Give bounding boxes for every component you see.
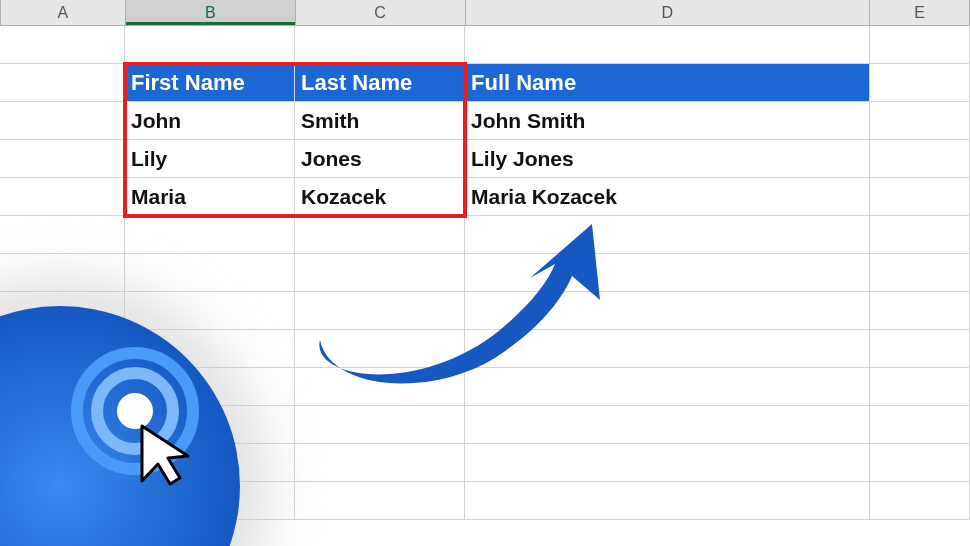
cell[interactable] bbox=[295, 482, 465, 520]
grid-row bbox=[0, 292, 970, 330]
grid-row: Maria Kozacek Maria Kozacek bbox=[0, 178, 970, 216]
cell[interactable] bbox=[0, 140, 125, 178]
cell[interactable] bbox=[465, 406, 870, 444]
header-first-name[interactable]: First Name bbox=[125, 64, 295, 102]
grid-row: John Smith John Smith bbox=[0, 102, 970, 140]
cell[interactable] bbox=[465, 330, 870, 368]
cell[interactable] bbox=[295, 406, 465, 444]
cell[interactable] bbox=[465, 368, 870, 406]
cell[interactable] bbox=[125, 26, 295, 64]
cell[interactable] bbox=[125, 216, 295, 254]
cell-first-name[interactable]: Maria bbox=[125, 178, 295, 216]
cell[interactable] bbox=[870, 216, 970, 254]
col-header-c[interactable]: C bbox=[296, 0, 466, 25]
cell[interactable] bbox=[870, 178, 970, 216]
cell[interactable] bbox=[0, 26, 125, 64]
cell[interactable] bbox=[870, 444, 970, 482]
cell[interactable] bbox=[295, 292, 465, 330]
cell[interactable] bbox=[870, 330, 970, 368]
cell-first-name[interactable]: Lily bbox=[125, 140, 295, 178]
cell[interactable] bbox=[295, 216, 465, 254]
cell-last-name[interactable]: Kozacek bbox=[295, 178, 465, 216]
cell[interactable] bbox=[125, 254, 295, 292]
cell-full-name[interactable]: John Smith bbox=[465, 102, 870, 140]
col-header-e[interactable]: E bbox=[870, 0, 970, 25]
cell-last-name[interactable]: Jones bbox=[295, 140, 465, 178]
grid-row bbox=[0, 254, 970, 292]
cell[interactable] bbox=[870, 368, 970, 406]
cell[interactable] bbox=[0, 254, 125, 292]
cell[interactable] bbox=[870, 102, 970, 140]
grid-row: First Name Last Name Full Name bbox=[0, 64, 970, 102]
cell-first-name[interactable]: John bbox=[125, 102, 295, 140]
cell[interactable] bbox=[870, 64, 970, 102]
cell[interactable] bbox=[0, 102, 125, 140]
cell[interactable] bbox=[295, 26, 465, 64]
cell[interactable] bbox=[465, 292, 870, 330]
cell[interactable] bbox=[295, 330, 465, 368]
cell[interactable] bbox=[295, 444, 465, 482]
cell[interactable] bbox=[465, 216, 870, 254]
col-header-a[interactable]: A bbox=[1, 0, 126, 25]
col-header-d[interactable]: D bbox=[466, 0, 871, 25]
column-header-bar: A B C D E bbox=[0, 0, 970, 26]
grid-row bbox=[0, 26, 970, 64]
header-full-name[interactable]: Full Name bbox=[465, 64, 870, 102]
cell[interactable] bbox=[870, 140, 970, 178]
cell[interactable] bbox=[465, 254, 870, 292]
cell[interactable] bbox=[465, 444, 870, 482]
cell[interactable] bbox=[0, 64, 125, 102]
cell[interactable] bbox=[870, 482, 970, 520]
header-last-name[interactable]: Last Name bbox=[295, 64, 465, 102]
col-header-b[interactable]: B bbox=[126, 0, 296, 25]
cell[interactable] bbox=[0, 178, 125, 216]
cell-full-name[interactable]: Maria Kozacek bbox=[465, 178, 870, 216]
cell-full-name[interactable]: Lily Jones bbox=[465, 140, 870, 178]
cell[interactable] bbox=[870, 26, 970, 64]
cell-last-name[interactable]: Smith bbox=[295, 102, 465, 140]
cell[interactable] bbox=[465, 482, 870, 520]
cell[interactable] bbox=[870, 406, 970, 444]
grid-row bbox=[0, 216, 970, 254]
cell[interactable] bbox=[870, 254, 970, 292]
grid-row: Lily Jones Lily Jones bbox=[0, 140, 970, 178]
cell[interactable] bbox=[0, 216, 125, 254]
cell[interactable] bbox=[295, 254, 465, 292]
cell[interactable] bbox=[870, 292, 970, 330]
cell[interactable] bbox=[465, 26, 870, 64]
cell[interactable] bbox=[295, 368, 465, 406]
cell[interactable] bbox=[125, 292, 295, 330]
